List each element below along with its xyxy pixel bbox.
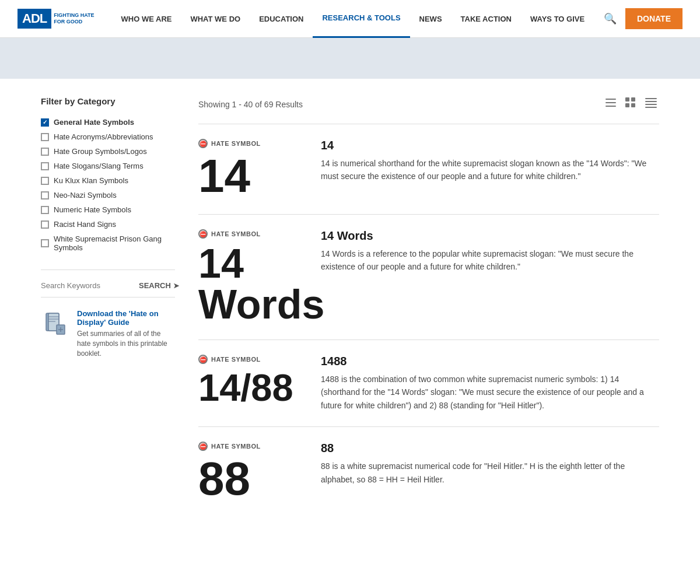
- navigation: ADL FIGHTING HATEFOR GOOD WHO WE ARE WHA…: [0, 0, 700, 38]
- hero-banner: [0, 38, 700, 79]
- symbol-column-1488: ⛔ HATE SYMBOL 14/88: [198, 355, 303, 407]
- download-icon: [41, 309, 70, 338]
- result-item-1488: ⛔ HATE SYMBOL 14/88 1488 1488 is the com…: [198, 340, 659, 426]
- filter-label: Racist Hand Signs: [54, 220, 116, 229]
- checkbox-neo-nazi[interactable]: [41, 191, 49, 200]
- nav-links: WHO WE ARE WHAT WE DO EDUCATION RESEARCH…: [112, 0, 604, 38]
- filter-numeric-hate[interactable]: Numeric Hate Symbols: [41, 202, 175, 217]
- hate-symbol-label-1488: ⛔ HATE SYMBOL: [198, 355, 303, 364]
- checkbox-acronyms[interactable]: [41, 133, 49, 141]
- svg-rect-12: [631, 97, 635, 102]
- result-title-88[interactable]: 88: [321, 442, 659, 455]
- list-view-icon: [606, 97, 616, 108]
- logo-tagline: FIGHTING HATEFOR GOOD: [54, 12, 94, 25]
- grid-view-button[interactable]: [623, 96, 638, 112]
- symbol-14: 14: [198, 153, 303, 200]
- svg-rect-10: [606, 106, 616, 107]
- svg-rect-14: [631, 103, 635, 107]
- result-item-14: ⛔ HATE SYMBOL 14 14 14 is numerical shor…: [198, 124, 659, 214]
- checkbox-kkk[interactable]: [41, 177, 49, 185]
- checkbox-general[interactable]: [41, 118, 49, 127]
- sidebar: Filter by Category General Hate Symbols …: [41, 96, 175, 517]
- hate-symbol-icon-1488: ⛔: [198, 355, 208, 364]
- hate-symbol-label-88: ⛔ HATE SYMBOL: [198, 442, 303, 451]
- svg-rect-13: [625, 103, 629, 107]
- filter-label: Numeric Hate Symbols: [54, 205, 131, 214]
- logo-text: ADL: [18, 9, 51, 29]
- search-button[interactable]: SEARCH ➤: [139, 281, 179, 290]
- filter-hate-group-symbols[interactable]: Hate Group Symbols/Logos: [41, 144, 175, 159]
- nav-research-tools[interactable]: RESEARCH & TOOLS: [313, 0, 410, 38]
- nav-search-area: 🔍 DONATE: [604, 8, 682, 29]
- symbol-column-14words: ⛔ HATE SYMBOL 14 Words: [198, 229, 303, 325]
- main-container: Filter by Category General Hate Symbols …: [29, 79, 671, 534]
- compact-view-button[interactable]: [643, 96, 659, 112]
- keyword-search-area: SEARCH ➤: [41, 279, 175, 298]
- hate-symbol-tag: HATE SYMBOL: [211, 356, 261, 363]
- filter-label: Ku Klux Klan Symbols: [54, 176, 128, 185]
- symbol-14words: 14 Words: [198, 243, 303, 325]
- search-input[interactable]: [41, 279, 139, 292]
- result-desc-1488: 1488 is the combination of two common wh…: [321, 373, 659, 412]
- hate-symbol-icon-88: ⛔: [198, 442, 208, 451]
- hate-symbol-label-14: ⛔ HATE SYMBOL: [198, 139, 303, 148]
- result-info-1488: 1488 1488 is the combination of two comm…: [321, 355, 659, 412]
- logo[interactable]: ADL FIGHTING HATEFOR GOOD: [18, 9, 94, 29]
- filter-title: Filter by Category: [41, 96, 175, 106]
- checkbox-prison-gang[interactable]: [41, 239, 49, 247]
- nav-what-we-do[interactable]: WHAT WE DO: [181, 0, 250, 38]
- svg-rect-15: [645, 98, 657, 99]
- filter-neo-nazi[interactable]: Neo-Nazi Symbols: [41, 188, 175, 202]
- result-title-14[interactable]: 14: [321, 139, 659, 152]
- category-filter-list: General Hate Symbols Hate Acronyms/Abbre…: [41, 115, 175, 255]
- filter-hate-acronyms[interactable]: Hate Acronyms/Abbreviations: [41, 130, 175, 144]
- filter-label: Hate Acronyms/Abbreviations: [54, 132, 153, 141]
- view-options: [603, 96, 659, 112]
- svg-rect-17: [645, 104, 657, 105]
- hate-symbol-tag: HATE SYMBOL: [211, 443, 261, 450]
- download-guide-box: Download the 'Hate on Display' Guide Get…: [41, 309, 175, 358]
- download-desc: Get summaries of all of the hate symbols…: [77, 329, 175, 358]
- result-title-1488[interactable]: 1488: [321, 355, 659, 368]
- download-text: Download the 'Hate on Display' Guide Get…: [77, 309, 175, 358]
- result-title-14words[interactable]: 14 Words: [321, 229, 659, 243]
- compact-view-icon: [645, 97, 657, 108]
- symbol-column-14: ⛔ HATE SYMBOL 14: [198, 139, 303, 200]
- checkbox-hand-signs[interactable]: [41, 220, 49, 229]
- filter-kkk-symbols[interactable]: Ku Klux Klan Symbols: [41, 173, 175, 188]
- nav-news[interactable]: NEWS: [410, 0, 452, 38]
- filter-prison-gang[interactable]: White Supremacist Prison Gang Symbols: [41, 232, 175, 255]
- result-info-88: 88 88 is a white supremacist numerical c…: [321, 442, 659, 486]
- result-item-14words: ⛔ HATE SYMBOL 14 Words 14 Words 14 Words…: [198, 214, 659, 340]
- filter-label: Neo-Nazi Symbols: [54, 191, 117, 200]
- download-title[interactable]: Download the 'Hate on Display' Guide: [77, 309, 175, 327]
- hate-symbol-label-14words: ⛔ HATE SYMBOL: [198, 229, 303, 239]
- search-icon[interactable]: 🔍: [604, 12, 617, 25]
- symbol-column-88: ⛔ HATE SYMBOL 88: [198, 442, 303, 502]
- hate-symbol-tag: HATE SYMBOL: [211, 140, 261, 147]
- results-header: Showing 1 - 40 of 69 Results: [198, 96, 659, 112]
- checkbox-numeric[interactable]: [41, 206, 49, 214]
- nav-take-action[interactable]: TAKE ACTION: [452, 0, 521, 38]
- nav-education[interactable]: EDUCATION: [250, 0, 313, 38]
- checkbox-group-symbols[interactable]: [41, 148, 49, 156]
- svg-rect-8: [606, 99, 616, 100]
- symbol-1488: 14/88: [198, 369, 303, 407]
- list-view-button[interactable]: [603, 96, 618, 112]
- grid-view-icon: [625, 97, 636, 108]
- filter-hate-slogans[interactable]: Hate Slogans/Slang Terms: [41, 159, 175, 173]
- svg-rect-16: [645, 101, 657, 102]
- donate-button[interactable]: DONATE: [625, 8, 682, 29]
- filter-label: Hate Slogans/Slang Terms: [54, 162, 144, 170]
- result-desc-14words: 14 Words is a reference to the popular w…: [321, 247, 659, 274]
- checkbox-slogans[interactable]: [41, 162, 49, 170]
- result-info-14words: 14 Words 14 Words is a reference to the …: [321, 229, 659, 274]
- nav-who-we-are[interactable]: WHO WE ARE: [112, 0, 181, 38]
- filter-general-hate-symbols[interactable]: General Hate Symbols: [41, 115, 175, 130]
- hate-symbol-icon-14: ⛔: [198, 139, 208, 148]
- nav-ways-to-give[interactable]: WAYS TO GIVE: [521, 0, 594, 38]
- search-chevron-icon: ➤: [173, 282, 179, 290]
- filter-racist-hand-signs[interactable]: Racist Hand Signs: [41, 217, 175, 232]
- main-content: Showing 1 - 40 of 69 Results: [198, 96, 659, 517]
- result-desc-88: 88 is a white supremacist numerical code…: [321, 460, 659, 486]
